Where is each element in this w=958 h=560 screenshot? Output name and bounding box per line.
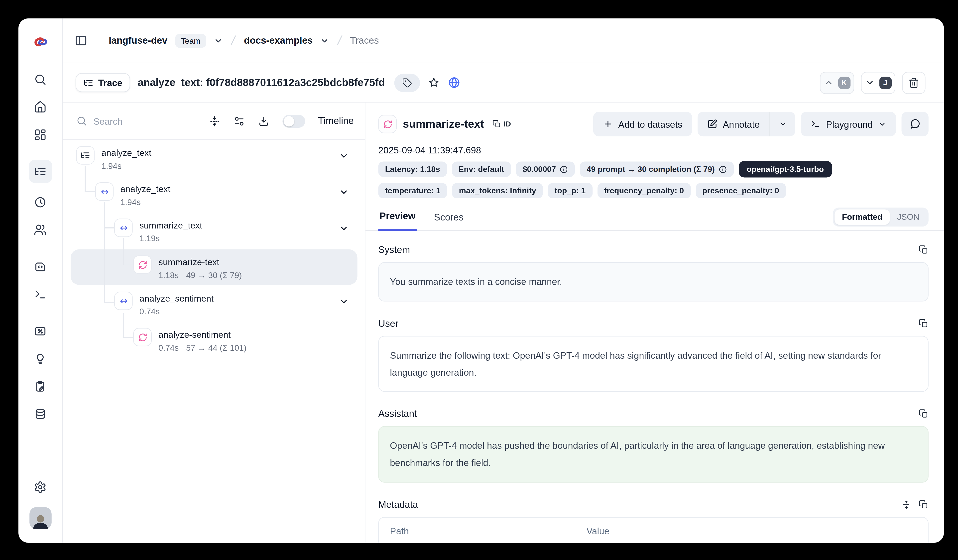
sidebar-toggle-icon[interactable] [75,34,88,47]
tokens-badge[interactable]: 49 prompt → 30 completion (Σ 79) [580,162,734,177]
playground-label: Playground [826,119,873,129]
tokens-value: 49 prompt → 30 completion (Σ 79) [587,165,715,174]
view-settings-icon[interactable] [233,115,245,127]
rail-settings-icon[interactable] [34,481,47,493]
project-name[interactable]: docs-examples [244,35,313,46]
node-duration: 0.74s [159,343,179,352]
tab-preview[interactable]: Preview [378,207,417,231]
tree-connector [104,227,114,228]
cost-badge[interactable]: $0.00007 [516,162,575,177]
node-tokens: 57 → 44 (Σ 101) [186,343,246,352]
rail-datasets-icon[interactable] [34,408,47,420]
system-section-label: System [378,244,410,255]
trace-type-button[interactable]: Trace [76,73,130,92]
rail-insights-icon[interactable] [34,352,47,365]
rail-prompts-icon[interactable] [34,260,47,273]
trace-header-row: Trace analyze_text: f0f78d8887011612a3c2… [63,63,944,103]
prev-key-hint: K [838,76,850,89]
tag-icon[interactable] [394,73,420,92]
playground-button[interactable]: Playground [801,112,896,136]
org-name[interactable]: langfuse-dev [109,35,167,46]
model-badge[interactable]: openai/gpt-3.5-turbo [739,161,832,178]
trace-type-icon [76,146,95,165]
prev-observation-button[interactable]: K [820,71,854,94]
tree-node-analyze-sentiment-generation[interactable]: analyze-sentiment 0.74s57 → 44 (Σ 101) [133,328,246,352]
observation-title: summarize-text [403,117,484,130]
assistant-section-label: Assistant [378,409,417,420]
assistant-message-box: OpenAI's GPT-4 model has pushed the boun… [378,426,929,482]
observation-tree: analyze_text 1.94s analyze_text [63,140,365,543]
format-formatted-option[interactable]: Formatted [834,209,890,225]
tree-search-row: Timeline [63,103,365,140]
breadcrumb-bar: langfuse-dev Team / docs-examples / Trac… [63,19,944,63]
detail-tabs: Preview Scores Formatted JSON [365,207,944,231]
bookmark-star-icon[interactable] [428,77,439,89]
download-icon[interactable] [258,115,270,127]
org-chevron-down-icon[interactable] [214,36,223,45]
env-badge: Env: default [452,162,511,177]
tree-node-summarize-text-generation[interactable]: summarize-text 1.18s49 → 30 (Σ 79) [133,255,242,280]
public-globe-icon[interactable] [447,76,460,89]
trace-tree-panel: Timeline [63,103,365,543]
expand-rows-icon[interactable] [902,500,911,509]
rail-dashboard-icon[interactable] [34,128,47,141]
tree-node-analyze-text-root[interactable]: analyze_text 1.94s [76,146,151,171]
annotate-button[interactable]: Annotate [698,112,769,136]
format-segmented-control: Formatted JSON [833,208,929,227]
rail-users-icon[interactable] [34,224,47,236]
breadcrumb: langfuse-dev Team / docs-examples / Trac… [109,33,379,48]
metadata-table-header: Path Value [379,517,928,543]
comment-button[interactable] [902,112,929,136]
copy-id-button[interactable]: ID [492,120,511,128]
generation-type-icon [133,255,152,274]
tree-node-analyze-sentiment-span[interactable]: analyze_sentiment 0.74s [114,292,214,316]
format-json-option[interactable]: JSON [890,209,927,225]
copy-icon[interactable] [918,319,928,328]
timeline-label: Timeline [318,116,354,127]
node-chevron-down-icon[interactable] [339,151,349,161]
project-chevron-down-icon[interactable] [320,36,329,45]
trace-badge-label: Trace [98,77,122,88]
rail-tracing-icon[interactable] [29,160,52,183]
rail-home-icon[interactable] [34,101,47,114]
node-chevron-down-icon[interactable] [339,224,349,233]
rail-playground-icon[interactable] [34,288,47,301]
timeline-toggle[interactable] [282,114,305,127]
tab-scores[interactable]: Scores [433,208,465,230]
system-message-box: You summarize texts in a concise manner. [378,262,929,301]
span-type-icon [95,182,114,201]
node-chevron-down-icon[interactable] [339,297,349,306]
user-avatar[interactable] [29,507,51,529]
annotate-dropdown-chevron-icon[interactable] [770,112,795,136]
observation-timestamp: 2025-09-04 11:39:47.698 [365,136,944,155]
tree-node-analyze-text-span[interactable]: analyze_text 1.94s [95,182,170,207]
icon-rail [19,19,63,543]
collapse-all-icon[interactable] [209,115,220,127]
metadata-section-label: Metadata [378,499,418,510]
delete-trace-button[interactable] [902,71,926,94]
rail-sessions-icon[interactable] [34,196,47,209]
add-to-datasets-button[interactable]: Add to datasets [593,112,692,136]
param-badge: top_p: 1 [548,183,593,198]
copy-icon[interactable] [918,500,928,509]
node-label: analyze-sentiment [159,330,231,339]
section-name[interactable]: Traces [350,35,379,46]
metadata-table: Path Value [378,517,929,543]
generation-type-icon [133,328,152,346]
rail-annotation-icon[interactable] [34,380,47,393]
rail-evaluation-icon[interactable] [34,325,47,338]
rail-search-icon[interactable] [34,73,47,86]
node-duration: 1.94s [120,198,140,207]
copy-icon[interactable] [918,245,928,255]
next-observation-button[interactable]: J [861,71,895,94]
user-section-label: User [378,318,398,329]
span-type-icon [114,292,133,310]
node-chevron-down-icon[interactable] [339,187,349,197]
tree-connector [123,313,124,338]
breadcrumb-divider: / [229,33,238,48]
tree-node-summarize-text-span[interactable]: summarize_text 1.19s [114,219,202,243]
org-type-badge: Team [175,33,207,48]
metadata-col-path: Path [390,525,587,536]
search-input[interactable] [93,116,186,126]
copy-icon[interactable] [918,409,928,419]
